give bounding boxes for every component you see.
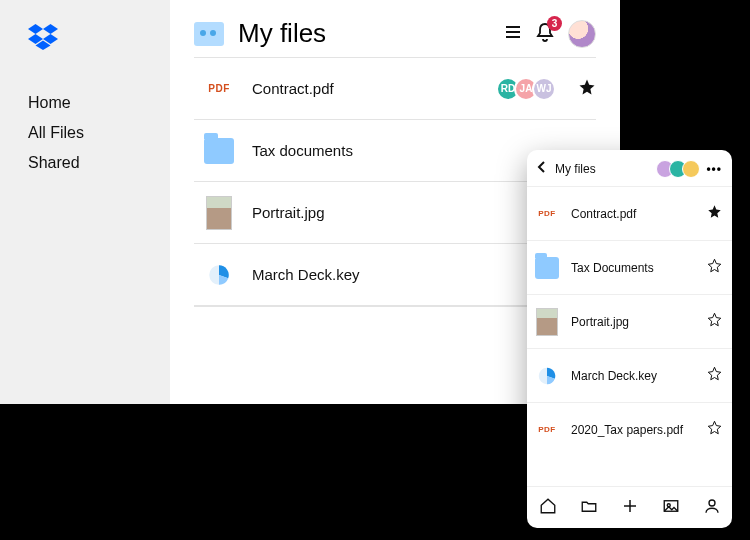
svg-marker-0 [28, 24, 43, 34]
file-row[interactable]: PDF 2020_Tax papers.pdf [527, 402, 732, 456]
notification-badge: 3 [547, 16, 562, 31]
image-thumbnail-icon [204, 198, 234, 228]
nav-account-icon[interactable] [703, 497, 721, 519]
shared-folder-icon [194, 22, 224, 46]
nav-all-files[interactable]: All Files [28, 118, 142, 148]
pdf-icon: PDF [535, 418, 559, 442]
mobile-share-avatars[interactable] [661, 160, 700, 178]
file-name: Tax Documents [571, 261, 707, 275]
star-icon[interactable] [707, 204, 722, 223]
star-icon[interactable] [707, 258, 722, 277]
page-header: My files 3 [194, 18, 596, 49]
profile-avatar[interactable] [568, 20, 596, 48]
svg-point-14 [709, 500, 715, 506]
star-icon[interactable] [707, 366, 722, 385]
mobile-window: My files ••• PDF Contract.pdf Tax Docume… [527, 150, 732, 528]
file-row[interactable]: Tax Documents [527, 240, 732, 294]
page-title: My files [238, 18, 504, 49]
list-view-icon[interactable] [504, 23, 522, 45]
nav-shared[interactable]: Shared [28, 148, 142, 178]
file-name: Contract.pdf [571, 207, 707, 221]
dropbox-logo-icon [28, 24, 142, 54]
more-icon[interactable]: ••• [706, 162, 722, 176]
sidebar: Home All Files Shared [0, 0, 170, 404]
file-name: 2020_Tax papers.pdf [571, 423, 707, 437]
mobile-nav-bar [527, 486, 732, 528]
star-icon[interactable] [707, 420, 722, 439]
file-name: March Deck.key [571, 369, 707, 383]
file-row[interactable]: PDF Contract.pdf [527, 186, 732, 240]
star-icon[interactable] [578, 78, 596, 100]
mobile-title: My files [555, 162, 655, 176]
avatar-icon [682, 160, 700, 178]
mobile-header: My files ••• [527, 150, 732, 186]
star-icon[interactable] [707, 312, 722, 331]
folder-icon [535, 256, 559, 280]
nav-photos-icon[interactable] [662, 497, 680, 519]
share-avatars: RD JA WJ [502, 77, 556, 101]
file-row[interactable]: Portrait.jpg [527, 294, 732, 348]
nav-home[interactable]: Home [28, 88, 142, 118]
pdf-icon: PDF [535, 202, 559, 226]
avatar-badge: WJ [532, 77, 556, 101]
file-row[interactable]: March Deck.key [527, 348, 732, 402]
image-thumbnail-icon [535, 310, 559, 334]
keynote-icon [204, 260, 234, 290]
keynote-icon [535, 364, 559, 388]
folder-icon [204, 136, 234, 166]
nav-files-icon[interactable] [580, 497, 598, 519]
svg-marker-1 [43, 24, 58, 34]
file-name: Contract.pdf [252, 80, 502, 97]
file-name: Portrait.jpg [571, 315, 707, 329]
nav-home-icon[interactable] [539, 497, 557, 519]
mobile-file-list: PDF Contract.pdf Tax Documents Portrait.… [527, 186, 732, 486]
notifications-icon[interactable]: 3 [536, 22, 554, 46]
pdf-icon: PDF [204, 74, 234, 104]
nav-add-icon[interactable] [621, 497, 639, 519]
back-icon[interactable] [535, 160, 549, 178]
file-row[interactable]: PDF Contract.pdf RD JA WJ [194, 58, 596, 120]
